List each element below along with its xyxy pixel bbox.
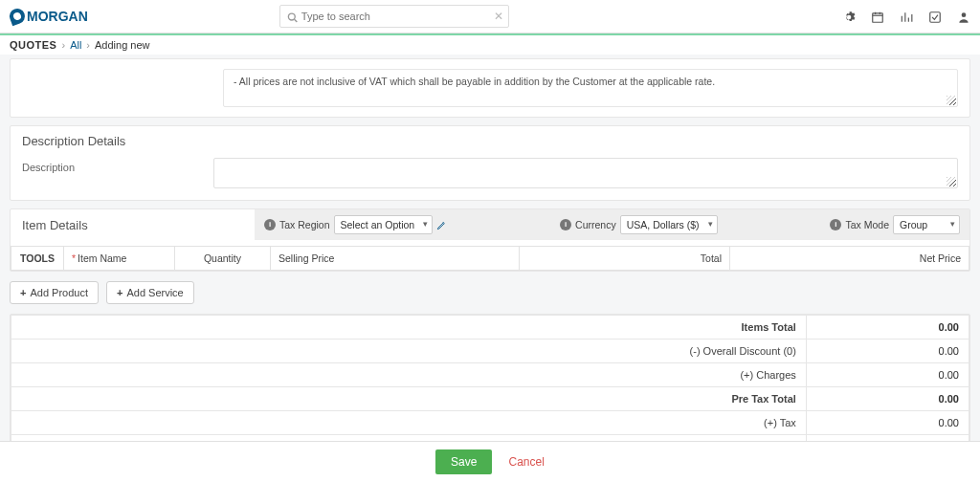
tax-region-edit-icon[interactable] — [436, 219, 447, 231]
col-total: Total — [520, 247, 730, 271]
add-product-button[interactable]: +Add Product — [10, 281, 99, 304]
terms-line: - All prices are not inclusive of VAT wh… — [234, 76, 947, 87]
add-service-button[interactable]: +Add Service — [106, 281, 194, 304]
chevron-right-icon: › — [61, 39, 65, 51]
brand-logo: MORGAN — [10, 9, 88, 24]
col-tools: TOOLS — [11, 247, 64, 271]
col-quantity: Quantity — [175, 247, 271, 271]
tax-settings-strip: i Tax Region Select an Option i Currency… — [255, 209, 969, 240]
search-clear-icon[interactable]: ✕ — [494, 10, 503, 23]
user-icon[interactable] — [957, 9, 970, 24]
chevron-right-icon: › — [86, 39, 90, 51]
info-icon: i — [830, 219, 841, 230]
row-charges: (+) Charges0.00 — [11, 363, 969, 387]
currency-label: Currency — [575, 219, 616, 230]
breadcrumb-current: Adding new — [95, 39, 150, 51]
tax-mode-select[interactable]: Group — [893, 215, 960, 234]
resize-handle-icon[interactable] — [947, 96, 956, 105]
top-action-icons — [842, 9, 970, 24]
overall-discount-label[interactable]: (-) Overall Discount (0) — [690, 345, 796, 357]
plus-icon: + — [117, 287, 122, 298]
description-row: Description — [11, 152, 969, 200]
svg-rect-10 — [930, 12, 941, 23]
description-textarea[interactable] — [213, 158, 958, 188]
chart-icon[interactable] — [900, 9, 913, 24]
breadcrumb: QUOTES › All › Adding new — [0, 33, 980, 55]
svg-rect-2 — [873, 13, 883, 22]
page-body: - All prices are not inclusive of VAT wh… — [0, 55, 980, 482]
brand-logo-mark — [8, 7, 28, 27]
calendar-icon[interactable] — [871, 9, 884, 24]
breadcrumb-module: QUOTES — [10, 39, 56, 51]
add-buttons-row: +Add Product +Add Service — [10, 281, 970, 304]
resize-handle-icon[interactable] — [947, 177, 956, 186]
svg-point-0 — [288, 13, 295, 20]
tax-region-label: Tax Region — [279, 219, 330, 230]
plus-icon: + — [20, 287, 26, 298]
info-icon: i — [264, 219, 276, 230]
tax-region-select[interactable]: Select an Option — [334, 215, 434, 234]
search-icon — [287, 11, 298, 23]
row-items-total: Items Total0.00 — [11, 316, 969, 340]
description-label: Description — [22, 158, 213, 173]
save-button[interactable]: Save — [435, 449, 492, 474]
svg-line-1 — [294, 19, 297, 22]
info-icon: i — [560, 219, 571, 230]
tax-mode-label: Tax Mode — [845, 219, 889, 230]
item-details-title: Item Details — [11, 210, 255, 240]
checkbox-icon[interactable] — [928, 9, 942, 24]
breadcrumb-all[interactable]: All — [70, 39, 81, 51]
brand-name: MORGAN — [27, 9, 88, 24]
row-overall-discount: (-) Overall Discount (0)0.00 — [11, 340, 969, 363]
items-table: TOOLS *Item Name Quantity Selling Price … — [11, 246, 969, 271]
search-input[interactable] — [279, 5, 509, 28]
col-item-name: *Item Name — [64, 247, 175, 271]
description-panel: Description Details Description — [10, 125, 970, 201]
row-pretax-total: Pre Tax Total0.00 — [11, 387, 969, 411]
row-tax: (+) Tax0.00 — [11, 411, 969, 435]
top-bar: MORGAN ✕ — [0, 0, 980, 33]
col-net-price: Net Price — [730, 247, 969, 271]
gear-icon[interactable] — [842, 9, 856, 24]
terms-textarea[interactable]: - All prices are not inclusive of VAT wh… — [223, 69, 958, 107]
svg-point-11 — [962, 12, 967, 17]
footer-action-bar: Save Cancel — [0, 441, 980, 482]
item-details-panel: Item Details i Tax Region Select an Opti… — [10, 208, 970, 272]
global-search: ✕ — [279, 5, 509, 28]
table-header-row: TOOLS *Item Name Quantity Selling Price … — [11, 247, 969, 271]
col-selling-price: Selling Price — [271, 247, 520, 271]
cancel-button[interactable]: Cancel — [509, 455, 545, 469]
description-section-title: Description Details — [11, 126, 969, 152]
terms-panel: - All prices are not inclusive of VAT wh… — [10, 58, 970, 118]
charges-label[interactable]: (+) Charges — [740, 369, 795, 381]
item-details-header: Item Details i Tax Region Select an Opti… — [11, 209, 969, 240]
currency-select[interactable]: USA, Dollars ($) — [620, 215, 718, 234]
